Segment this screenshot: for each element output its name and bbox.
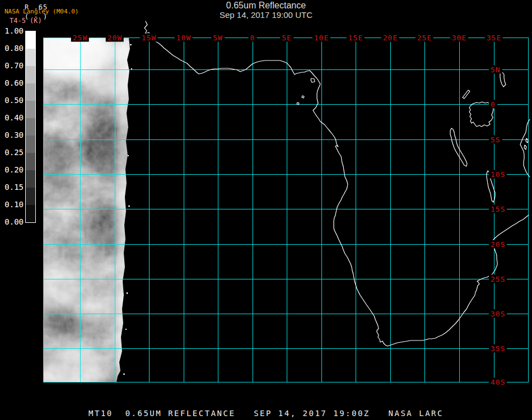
colorbar-tick-label: 0.30: [0, 130, 24, 139]
meridian-gridline: [115, 38, 115, 382]
colorbar-segment: [26, 49, 35, 66]
colorbar-segment: [26, 170, 35, 188]
lake-turkana: [500, 72, 506, 87]
longitude-tick-label: 20E: [381, 34, 399, 42]
latitude-tick-label: 15S: [489, 205, 507, 213]
satellite-swath-image: [43, 38, 133, 382]
colorbar-tick-label: 0.20: [0, 165, 24, 174]
meridian-gridline: [321, 38, 322, 382]
latitude-tick-label: 20S: [489, 240, 507, 249]
latitude-tick-label: 25S: [489, 275, 507, 283]
parallel-gridline: [43, 244, 529, 245]
parallel-gridline: [43, 69, 529, 70]
colorbar-tick-label: 0.40: [0, 113, 24, 122]
plot-subtitle: Sep 14, 2017 19:00 UTC: [0, 11, 532, 20]
colorbar-segment: [26, 153, 35, 170]
parallel-gridline: [43, 382, 529, 382]
parallel-gridline: [43, 104, 529, 105]
map-right-border: [528, 38, 529, 382]
latitude-tick-label: 5N: [489, 66, 502, 74]
title-block: 0.65um Reflectance Sep 14, 2017 19:00 UT…: [0, 1, 532, 20]
longitude-tick-label: 5E: [280, 34, 293, 42]
colorbar-segment: [26, 118, 35, 136]
colorbar-tick-label: 0.60: [0, 78, 24, 87]
colorbar-tick-label: 0.25: [0, 148, 24, 157]
zanzibar-island: [524, 145, 526, 150]
meridian-gridline: [424, 38, 425, 382]
map-left-border: [43, 38, 44, 382]
latitude-tick-label: 35S: [489, 344, 507, 353]
longitude-tick-label: 15E: [347, 34, 365, 42]
parallel-gridline: [43, 348, 529, 349]
latitude-tick-label: 40S: [489, 378, 507, 386]
parallel-gridline: [43, 174, 529, 175]
secondary-product-label: T4-5 (K): [10, 17, 42, 25]
parallel-gridline: [43, 209, 529, 209]
colorbar-tick-label: 1.00: [0, 26, 24, 35]
meridian-gridline: [459, 38, 460, 382]
meridian-gridline: [218, 38, 218, 382]
colorbar-segment: [26, 205, 35, 222]
latitude-tick-label: 0: [489, 100, 497, 109]
longitude-tick-label: 0: [249, 34, 257, 42]
longitude-tick-label: 20W: [106, 34, 124, 42]
parallel-gridline: [43, 279, 529, 279]
source-label: NASA Langley (M04.0): [4, 8, 78, 15]
colorbar-tick-label: 0.80: [0, 44, 24, 53]
africa-coastline: [144, 21, 529, 346]
meridian-gridline: [149, 38, 150, 382]
colorbar-segment: [26, 101, 35, 118]
meridian-gridline: [390, 38, 391, 382]
parallel-gridline: [43, 314, 529, 314]
longitude-tick-label: 25E: [416, 34, 433, 42]
colorbar-segment: [26, 188, 35, 205]
latitude-tick-label: 10S: [489, 170, 507, 179]
meridian-gridline: [287, 38, 287, 382]
principe-island: [302, 96, 304, 98]
colorbar-segment: [26, 31, 35, 49]
lake-albert: [463, 90, 470, 99]
colorbar-tick-label: 0.00: [0, 217, 24, 226]
swath-speckle: [43, 38, 133, 382]
meridian-gridline: [80, 38, 81, 382]
plot-title: 0.65um Reflectance: [0, 1, 532, 11]
lake-tanganyika: [450, 128, 467, 166]
longitude-tick-label: 25W: [71, 34, 89, 42]
longitude-tick-label: 10W: [175, 34, 193, 42]
colorbar: [25, 31, 36, 223]
longitude-tick-label: 30E: [450, 34, 468, 42]
colorbar-segment: [26, 136, 35, 153]
longitude-tick-label: 10E: [312, 34, 330, 42]
latitude-tick-label: 30S: [489, 310, 507, 318]
colorbar-tick-label: 0.15: [0, 183, 24, 192]
meridian-gridline: [184, 38, 184, 382]
colorbar-segment: [26, 66, 35, 83]
longitude-tick-label: 5W: [211, 34, 225, 42]
latitude-tick-label: 5S: [489, 136, 502, 144]
footer-caption: MT10 0.65UM REFLECTANCE SEP 14, 2017 19:…: [0, 409, 532, 418]
meridian-gridline: [253, 38, 253, 382]
longitude-tick-label: 15W: [140, 34, 158, 42]
colorbar-tick-label: 0.10: [0, 200, 24, 209]
colorbar-segment: [26, 83, 35, 101]
bioko-island: [311, 78, 315, 82]
satellite-image-viewer: 25W20W15W10W5W05E10E15E20E25E30E35E 5N05…: [0, 0, 532, 420]
parallel-gridline: [43, 139, 529, 140]
longitude-tick-label: 35E: [485, 34, 503, 42]
meridian-gridline: [356, 38, 356, 382]
colorbar-tick-label: 0.70: [0, 61, 24, 70]
colorbar-tick-label: 0.50: [0, 96, 24, 105]
